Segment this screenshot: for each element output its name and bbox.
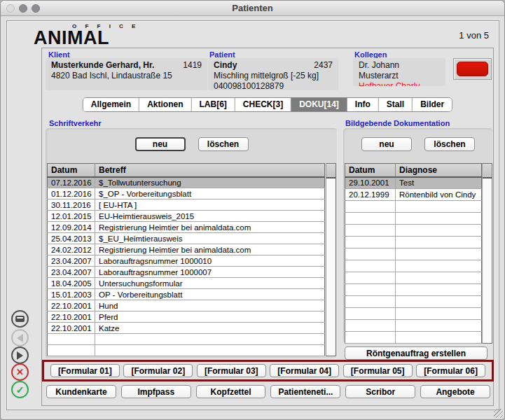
cell xyxy=(396,272,482,284)
bilddoku-table: DatumDiagnose29.10.2001Test20.12.1999Rön… xyxy=(345,163,482,344)
action-button-3[interactable]: Kopfzettel xyxy=(196,385,266,398)
cell: Laborauftragsnummer 1000007 xyxy=(95,267,325,278)
cell xyxy=(396,237,482,248)
bilddoku-loeschen-button[interactable]: löschen xyxy=(424,137,475,151)
tab-check-3[interactable]: CHECK[3] xyxy=(235,98,291,111)
table-row[interactable]: 20.12.1999Röntenbild von Cindy xyxy=(345,189,482,201)
forward-button[interactable] xyxy=(11,346,29,364)
scrollbar-track[interactable] xyxy=(326,163,336,356)
schriftverkehr-group: neu löschen DatumBetreff07.12.2016$_Toll… xyxy=(46,128,338,359)
schriftverkehr-neu-button[interactable]: neu xyxy=(135,137,186,151)
formular-button-6[interactable]: [Formular 06] xyxy=(416,364,485,377)
patient-info-field: Cindy 2437 Mischling mittelgroß [-25 kg]… xyxy=(208,58,338,90)
table-row[interactable]: 01.12.2016$_OP - Vorbereitungsblatt xyxy=(48,188,325,200)
table-row xyxy=(345,296,482,308)
action-button-4[interactable]: Patienteneti... xyxy=(270,385,340,398)
table-row[interactable]: 29.10.2001Test xyxy=(345,177,482,189)
cell xyxy=(345,296,396,308)
cell: 15.01.2003 xyxy=(48,289,95,300)
action-button-2[interactable]: Impfpass xyxy=(121,385,191,398)
tab-allgemein[interactable]: Allgemein xyxy=(83,98,139,111)
cell: 22.10.2001 xyxy=(48,312,95,323)
roentgenauftrag-button[interactable]: Röntgenauftrag erstellen xyxy=(345,346,487,360)
inbox-button[interactable] xyxy=(11,310,29,328)
cell xyxy=(396,284,482,296)
table-row[interactable]: 23.04.2007Laborauftragsnummer 1000007 xyxy=(48,267,325,278)
back-button[interactable] xyxy=(11,329,29,346)
titlebar[interactable]: Patienten xyxy=(1,1,504,16)
tab-bilder[interactable]: Bilder xyxy=(413,98,452,111)
action-button-1[interactable]: Kundenkarte xyxy=(46,385,116,398)
cell xyxy=(345,248,396,260)
formular-button-2[interactable]: [Formular 02] xyxy=(123,364,193,377)
cell xyxy=(396,308,482,320)
confirm-button[interactable]: ✓ xyxy=(11,381,29,398)
cell: OP - Vorbereitungsblatt xyxy=(95,289,325,300)
cell xyxy=(396,201,482,213)
table-row[interactable]: 24.02.2012Registrierung Heimtier bei ani… xyxy=(48,244,325,255)
table-row[interactable]: 22.10.2001Pferd xyxy=(48,312,325,323)
kollegen-doctor: Dr. Johann Musterarzt xyxy=(359,60,440,81)
cell: 22.10.2001 xyxy=(48,323,95,334)
cell: 01.12.2016 xyxy=(48,188,95,200)
column-header: Datum xyxy=(48,164,95,177)
patient-chip-number: 040098100128879 xyxy=(214,81,333,90)
cell xyxy=(396,225,482,237)
table-row[interactable]: 12.09.2014Registrierung Heimtier bei ani… xyxy=(48,222,325,233)
table-row xyxy=(345,332,482,344)
schriftverkehr-table: DatumBetreff07.12.2016$_Tollwutuntersuch… xyxy=(47,163,325,356)
cell: $_Tollwutuntersuchung xyxy=(95,177,325,188)
cell: Pferd xyxy=(95,312,325,323)
cell xyxy=(396,332,482,344)
formular-button-3[interactable]: [Formular 03] xyxy=(197,364,266,377)
patient-breed: Mischling mittelgroß [-25 kg] xyxy=(214,71,333,81)
tab-stall[interactable]: Stall xyxy=(379,98,413,111)
back-icon xyxy=(17,334,23,342)
table-row[interactable]: 15.01.2003OP - Vorbereitungsblatt xyxy=(48,289,325,300)
kollegen-assistant-link[interactable]: Hofbauer Charly xyxy=(359,81,440,86)
cell: $_OP - Vorbereitungsblatt xyxy=(95,188,325,200)
cell xyxy=(48,345,95,356)
cancel-icon: ✕ xyxy=(16,368,24,377)
cell: 23.04.2007 xyxy=(48,255,95,267)
schriftverkehr-loeschen-button[interactable]: löschen xyxy=(198,137,249,151)
table-row[interactable]: 23.04.2007Laborauftragsnummer 1000010 xyxy=(48,255,325,267)
cell xyxy=(345,237,396,248)
cell: EU-Heimtierausweis_2015 xyxy=(95,211,325,222)
formular-button-1[interactable]: [Formular 01] xyxy=(50,364,120,377)
table-row xyxy=(48,345,325,356)
table-row[interactable]: 12.01.2015EU-Heimtierausweis_2015 xyxy=(48,211,325,222)
table-row xyxy=(345,237,482,248)
table-row[interactable]: 25.04.2013$_EU_Heimtierausweis xyxy=(48,233,325,244)
cell: 07.12.2016 xyxy=(48,177,95,188)
action-button-6[interactable]: Angebote xyxy=(420,385,490,398)
formular-button-4[interactable]: [Formular 04] xyxy=(270,364,339,377)
table-row[interactable]: 30.11.2016[ EU-HTA ] xyxy=(48,200,325,211)
cell: 18.04.2005 xyxy=(48,278,95,289)
cell: Laborauftragsnummer 1000010 xyxy=(95,255,325,267)
patient-name: Cindy xyxy=(214,60,237,71)
red-status-button[interactable] xyxy=(457,62,488,76)
tab-aktionen[interactable]: Aktionen xyxy=(139,98,191,111)
cell xyxy=(95,345,325,356)
table-row[interactable]: 22.10.2001Katze xyxy=(48,323,325,334)
cancel-button[interactable]: ✕ xyxy=(11,363,29,381)
tab-lab-6[interactable]: LAB[6] xyxy=(192,98,235,111)
resize-grip[interactable] xyxy=(494,409,503,418)
bilddoku-neu-button[interactable]: neu xyxy=(361,137,412,151)
cell: 20.12.1999 xyxy=(345,189,396,201)
formular-button-5[interactable]: [Formular 05] xyxy=(343,364,413,377)
logo-animal-text: ANIMAL xyxy=(34,29,139,47)
red-status-button-frame xyxy=(453,58,492,80)
table-row[interactable]: 22.10.2001Hund xyxy=(48,300,325,312)
table-row[interactable]: 07.12.2016$_Tollwutuntersuchung xyxy=(48,177,325,188)
scrollbar-track[interactable] xyxy=(482,163,492,344)
tab-info[interactable]: Info xyxy=(347,98,379,111)
tab-doku-14[interactable]: DOKU[14] xyxy=(291,98,347,111)
table-row xyxy=(345,272,482,284)
table-row[interactable]: 18.04.2005Untersuchungsformular xyxy=(48,278,325,289)
record-counter: 1 von 5 xyxy=(459,30,489,41)
cell: Registrierung Heimtier bei animaldata.co… xyxy=(95,244,325,255)
kollegen-info-field: Dr. Johann Musterarzt Hofbauer Charly xyxy=(353,58,445,86)
action-button-5[interactable]: Scribor xyxy=(345,385,415,398)
